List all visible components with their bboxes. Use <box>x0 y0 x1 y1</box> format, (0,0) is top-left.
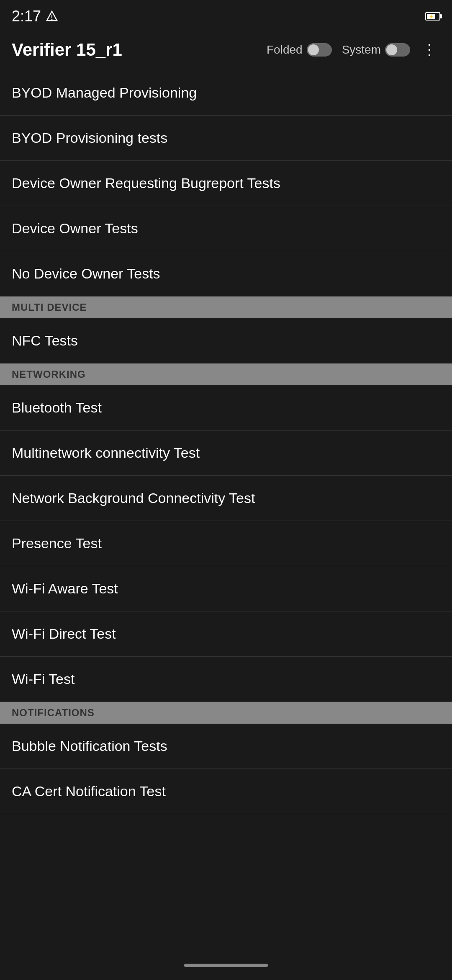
list-item[interactable]: BYOD Managed Provisioning <box>0 70 452 116</box>
list-item[interactable]: Wi-Fi Test <box>0 657 452 702</box>
list-item[interactable]: Wi-Fi Aware Test <box>0 566 452 611</box>
status-time: 2:17 <box>12 8 58 25</box>
system-toggle-item: System <box>342 43 410 57</box>
list-item[interactable]: NFC Tests <box>0 318 452 364</box>
list-item[interactable]: Bubble Notification Tests <box>0 724 452 769</box>
signal-icon <box>46 10 58 22</box>
time-display: 2:17 <box>12 8 41 25</box>
list-item[interactable]: Multinetwork connectivity Test <box>0 431 452 476</box>
app-header: Verifier 15_r1 Folded System ⋮ <box>0 29 452 70</box>
svg-point-2 <box>51 19 53 20</box>
section-header-notifications: NOTIFICATIONS <box>0 702 452 724</box>
status-icons: ⚡ <box>425 12 440 21</box>
battery-icon: ⚡ <box>425 12 440 21</box>
battery-bolt: ⚡ <box>429 14 434 19</box>
section-header-networking: NETWORKING <box>0 364 452 385</box>
folded-label: Folded <box>267 43 303 57</box>
nav-bar <box>0 955 452 980</box>
system-toggle[interactable] <box>385 43 410 57</box>
system-label: System <box>342 43 381 57</box>
list-item[interactable]: Network Background Connectivity Test <box>0 476 452 521</box>
list-item[interactable]: Presence Test <box>0 521 452 566</box>
battery-fill: ⚡ <box>427 14 435 19</box>
more-options-button[interactable]: ⋮ <box>419 38 440 62</box>
list-item[interactable]: CA Cert Notification Test <box>0 769 452 814</box>
list-item[interactable]: Device Owner Tests <box>0 206 452 251</box>
list-item[interactable]: Wi-Fi Direct Test <box>0 611 452 657</box>
list-item[interactable]: BYOD Provisioning tests <box>0 116 452 161</box>
nav-pill <box>184 964 268 967</box>
main-list: BYOD Managed ProvisioningBYOD Provisioni… <box>0 70 452 814</box>
app-title: Verifier 15_r1 <box>12 40 258 60</box>
list-item[interactable]: Bluetooth Test <box>0 385 452 431</box>
list-item[interactable]: Device Owner Requesting Bugreport Tests <box>0 161 452 206</box>
folded-toggle-item: Folded <box>267 43 332 57</box>
toggle-group: Folded System <box>267 43 410 57</box>
section-header-multi-device: MULTI DEVICE <box>0 297 452 318</box>
status-bar: 2:17 ⚡ <box>0 0 452 29</box>
list-item[interactable]: No Device Owner Tests <box>0 251 452 297</box>
folded-toggle[interactable] <box>307 43 332 57</box>
